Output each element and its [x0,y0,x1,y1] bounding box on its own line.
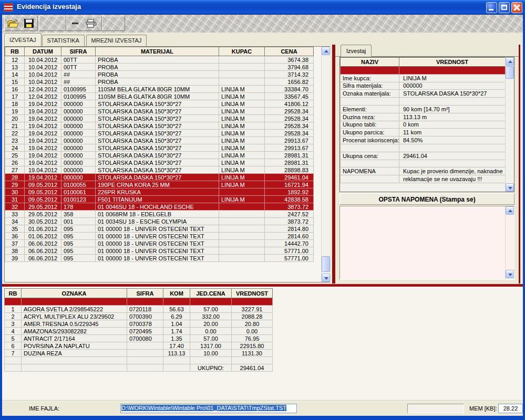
table-row[interactable] [5,357,273,364]
close-button[interactable] [511,2,522,13]
print-button[interactable] [84,17,98,30]
table-row[interactable]: 1819.04.2012000000STOLARSKA DASKA 150*30… [5,100,314,108]
table-row[interactable]: Oznaka materijala:STOLARSKA DASKA 150*30… [341,90,506,98]
cell-cena: 3794.68 [265,64,314,71]
column-header[interactable]: SIFRA [61,47,96,56]
minimize-button[interactable] [486,2,497,13]
table-row[interactable]: 4AMAZONAS/29308228207204951.740.000.00 [5,328,273,335]
table-row[interactable]: 1919.04.2012000000STOLARSKA DASKA 150*30… [5,108,314,115]
column-header[interactable]: MATERIJAL [96,47,219,56]
table-row[interactable]: 1510.04.2012##PROBA1656.82 [5,78,314,86]
table-row[interactable]: 3806.06.201209501 00000 18 - UNIVER OSTE… [5,247,314,255]
table-row[interactable]: 5ANTRACIT 2/1716407000801.3557.0076.95 [5,335,273,342]
table-row[interactable]: 3501.06.201209501 00000 18 - UNIVER OSTE… [5,225,314,233]
save-file-button[interactable] [22,17,36,30]
scrollbar-thumb[interactable] [506,66,514,79]
table-row[interactable]: 6POVRSINA ZA NAPLATU17.401317.0022915.80 [5,342,273,350]
column-header[interactable]: RB [5,289,22,298]
table-row[interactable]: 3601.06.201209501 00000 18 - UNIVER OSTE… [5,233,314,240]
table-row[interactable] [5,298,273,306]
column-header[interactable]: OZNAKA [22,289,127,298]
open-file-button[interactable] [6,17,20,30]
scroll-up-button[interactable] [506,206,514,215]
table-row[interactable]: 2419.04.2012000000STOLARSKA DASKA 150*30… [5,144,314,152]
cell-datum: 01.06.2012 [25,225,61,233]
table-row[interactable]: 3706.06.201209501 00000 18 - UNIVER OSTE… [5,240,314,247]
table-row[interactable]: 3AMER.TRESNJA 0.5/22934507003781.0420.00… [5,320,273,328]
column-header[interactable]: SIFRA [127,289,163,298]
table-row[interactable] [341,144,506,152]
column-header[interactable]: RB [5,47,25,56]
table-row[interactable]: 3329.05.201235801 0068RM 18 - EDELGELB24… [5,211,314,218]
scroll-up-button[interactable] [506,57,514,66]
table-row[interactable]: reklamacije se ne uvazavaju !!! [341,175,506,183]
column-header[interactable]: JED.CENA [190,289,232,298]
detail-scrollbar[interactable] [505,57,514,192]
table-row[interactable]: 3430.05.201200101 0034SU 18 - ESCHE OLYM… [5,218,314,225]
table-row[interactable]: UKUPNO:29461.04 [5,364,273,372]
table-row[interactable]: Ime kupca:LINIJA M [341,74,506,82]
column-header[interactable]: CENA [265,47,314,56]
column-header[interactable]: KOM [163,289,190,298]
table-row[interactable]: Ukupno parcica:11 kom [341,129,506,136]
scroll-down-button[interactable] [322,274,330,282]
tab-izvestaj[interactable]: IZVESTAJ [4,33,42,46]
tab-izvestaj-detail[interactable]: Izvestaj [341,45,372,57]
table-row[interactable]: 1AGORA SVETLA 2/298545222072011856.6357.… [5,306,273,313]
table-row[interactable]: 1210.04.201200TTPROBA3674.38 [5,56,314,64]
cell-oznaka [22,364,127,372]
table-row[interactable]: 2719.04.2012000000STOLARSKA DASKA 150*30… [5,166,314,174]
scrollbar-thumb[interactable] [322,256,330,272]
arrow-up-icon [508,60,512,63]
table-row[interactable]: 1712.04.20120100995110SM BELA GLATKA 80G… [5,93,314,100]
table-row[interactable]: 3229.05.201217801 0046SU 18 - HOCHLAND E… [5,203,314,211]
table-row[interactable]: Ukupna cena:29461.04 [341,152,506,160]
table-row[interactable]: Ukupno tabli:0 kom [341,121,506,129]
table-row[interactable]: 2909.05.20120100055190PE CRNA KORA 25 MM… [5,181,314,188]
tab-statistika[interactable]: STATISTIKA [42,35,85,46]
column-header[interactable]: KUPAC [219,47,265,56]
cell-rb: 12 [5,56,25,64]
cell-oznaka: ACRYL MULTIPLEX ALU 23/29502 [22,313,127,320]
table-row[interactable]: NAPOMENAKupac je proverio dimenzije, nak… [341,167,506,175]
table-row[interactable]: 2ACRYL MULTIPLEX ALU 23/2950207003906.29… [5,313,273,320]
table-row[interactable]: 2319.04.2012000000STOLARSKA DASKA 150*30… [5,137,314,144]
table-row[interactable]: Procenat iskoriscenja:84.50% [341,136,506,144]
opsta-napomena-textarea[interactable] [339,206,514,280]
main-table-scrollbar[interactable] [321,47,330,282]
table-row[interactable]: 3906.06.201209501 00000 18 - UNIVER OSTE… [5,255,314,262]
table-row[interactable]: 1612.04.20120100995110SM BELA GLATKA 80G… [5,86,314,93]
table-row[interactable]: 2119.04.2012000000STOLARSKA DASKA 150*30… [5,122,314,130]
remove-button[interactable] [68,17,82,30]
table-row[interactable]: 3009.05.20120100061226PR KRUSKA1892.92 [5,188,314,196]
column-header[interactable]: VREDNOST [399,58,506,67]
table-row[interactable]: Elementi:90 kom [14.70 m²] [341,105,506,113]
table-row[interactable]: 2619.04.2012000000STOLARSKA DASKA 150*30… [5,159,314,166]
cell-cena: 33567.45 [265,93,314,100]
scroll-down-button[interactable] [506,270,514,278]
table-row[interactable] [341,160,506,167]
table-row[interactable]: 2219.04.2012000000STOLARSKA DASKA 150*30… [5,130,314,137]
column-header[interactable]: VREDNOST [232,289,273,298]
table-row[interactable]: Sifra materijala:000000 [341,82,506,90]
table-row[interactable]: 2019.04.2012000000STOLARSKA DASKA 150*30… [5,115,314,122]
table-row[interactable]: 2819.04.2012000000STOLARSKA DASKA 150*30… [5,174,314,181]
table-row[interactable]: 3109.05.20120100123F501 TITANIJUMLINIJA … [5,196,314,203]
table-row[interactable]: 2519.04.2012000000STOLARSKA DASKA 150*30… [5,152,314,159]
table-row[interactable]: 7DUZINA REZA113.1310.001131.30 [5,350,273,357]
file-path-input[interactable]: D:\WORK\Wintable\Wintable Pro\01_DATA\ST… [120,404,297,413]
table-row[interactable]: 1410.04.2012##PROBA3714.32 [5,71,314,78]
title-bar[interactable]: Evidencija izvestaja [0,0,525,15]
column-header[interactable]: NAZIV [341,58,399,67]
scroll-down-button[interactable] [506,183,514,192]
table-row[interactable] [341,67,506,75]
tab-mrezni-izvestaj[interactable]: MREZNI IZVESTAJ [86,35,147,46]
table-row[interactable]: 1310.04.201200TTPROBA3794.68 [5,64,314,71]
cell-vred: 20.80 [232,320,273,328]
maximize-button[interactable] [499,2,510,13]
opsta-scrollbar[interactable] [505,206,514,279]
table-row[interactable]: Duzina reza:113.13 m [341,113,506,121]
table-row[interactable] [341,98,506,106]
column-header[interactable]: DATUM [25,47,61,56]
scroll-up-button[interactable] [322,47,330,55]
